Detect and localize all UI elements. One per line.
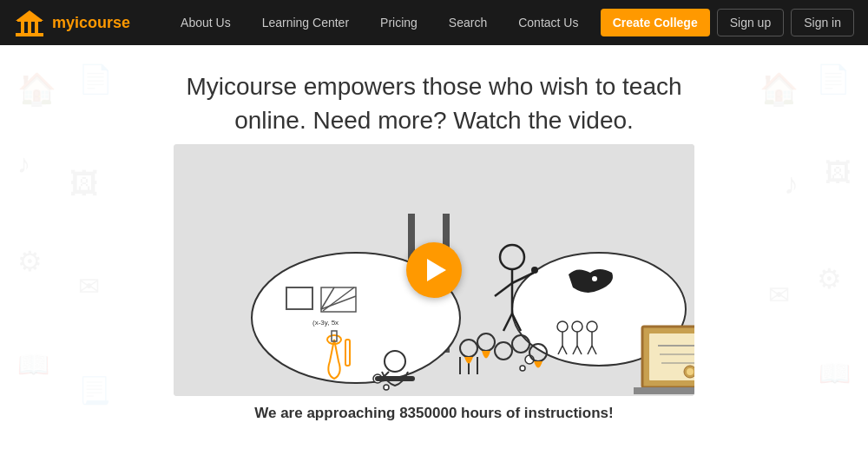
bottom-text-after: hours of instructions! [457,405,613,421]
nav-about-us[interactable]: About Us [165,0,247,45]
nav-pricing[interactable]: Pricing [365,0,433,45]
nav-actions: Create College Sign up Sign in [601,9,854,36]
bottom-text-before: We are approaching [254,405,399,421]
svg-point-11 [384,385,389,390]
sign-in-button[interactable]: Sign in [791,9,854,36]
logo-icon [14,7,45,38]
play-button[interactable] [406,242,462,298]
bottom-stats: We are approaching 8350000 hours of inst… [0,405,868,422]
svg-rect-59 [634,387,694,394]
sign-up-button[interactable]: Sign up [717,9,784,36]
main-content: 🏠 📄 ♪ 🖼 ⚙ ✉ 📖 📃 🏠 📄 🖼 ♪ ⚙ ✉ 📖 Myicourse … [0,45,868,449]
svg-text:(x-3y, 5x: (x-3y, 5x [312,319,339,327]
create-college-button[interactable]: Create College [601,9,710,36]
hero-section: Myicourse empowers those who wish to tea… [0,45,868,137]
video-section: (x-3y, 5x [0,144,868,396]
bottom-number: 8350000 [399,405,457,421]
logo-text: myicourse [52,14,130,32]
nav-learning-center[interactable]: Learning Center [247,0,365,45]
hero-heading: Myicourse empowers those who wish to tea… [0,69,868,137]
nav-search[interactable]: Search [433,0,503,45]
svg-point-24 [592,276,597,281]
svg-point-23 [520,366,525,371]
svg-point-58 [687,368,694,375]
nav-links: About Us Learning Center Pricing Search … [165,0,601,45]
svg-marker-2 [16,10,43,21]
video-player[interactable]: (x-3y, 5x [174,144,694,396]
svg-rect-4 [28,22,31,33]
navbar: myicourse About Us Learning Center Prici… [0,0,868,45]
nav-contact-us[interactable]: Contact Us [503,0,594,45]
svg-point-43 [531,267,538,274]
svg-rect-3 [21,22,24,33]
svg-rect-5 [35,22,38,33]
svg-rect-0 [16,33,43,36]
logo[interactable]: myicourse [14,7,130,38]
